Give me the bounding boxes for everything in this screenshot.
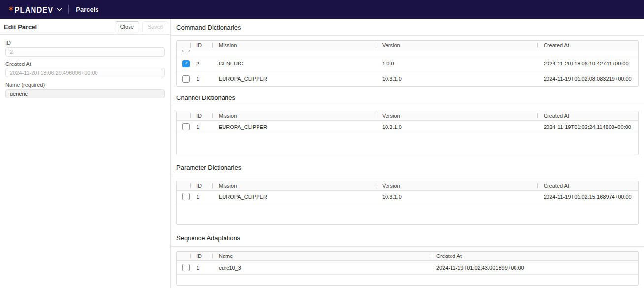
section-divider xyxy=(171,106,644,106)
checkbox-column-header xyxy=(177,111,190,120)
saved-button: Saved xyxy=(142,21,168,32)
cell-mission: EUROPA_CLIPPER xyxy=(212,76,376,82)
table-row: ✓2GENERIC1.0.02024-11-20T18:06:10.42741+… xyxy=(177,56,638,71)
table-header: IDMissionVersionCreated At xyxy=(177,111,638,121)
column-header-created_at[interactable]: Created At xyxy=(430,252,639,260)
cell-mission: EUROPA_CLIPPER xyxy=(212,124,376,130)
checkbox-cell xyxy=(177,123,190,130)
cell-version: 10.3.1.0 xyxy=(376,194,537,200)
checkbox-cell: ✓ xyxy=(177,60,190,67)
section-channel-dictionaries: Channel DictionariesIDMissionVersionCrea… xyxy=(176,94,644,155)
sequence-adaptations-table: IDNameCreated At1eurc10_32024-11-19T01:0… xyxy=(176,251,639,286)
parameter-dictionaries-title: Parameter Dictionaries xyxy=(176,164,644,172)
app-logo[interactable]: ✶ PLANDEV xyxy=(8,5,62,14)
checkbox-cell xyxy=(177,264,190,271)
section-divider xyxy=(171,246,644,247)
cell-version: 10.3.1.0 xyxy=(376,76,537,82)
column-header-id[interactable]: ID xyxy=(190,252,212,260)
sparkle-icon: ✶ xyxy=(8,5,14,12)
checkbox-column-header xyxy=(177,181,190,190)
main-layout: Edit Parcel Close Saved ID Created At Na… xyxy=(0,19,644,288)
column-header-created_at[interactable]: Created At xyxy=(537,41,639,50)
table-body: 1eurc10_32024-11-19T01:02:43.001899+00:0… xyxy=(177,261,638,275)
table-header: IDMissionVersionCreated At xyxy=(177,181,638,191)
name-field-group: Name (required) xyxy=(5,82,165,98)
table-header: IDMissionVersionCreated At xyxy=(177,41,638,50)
edit-parcel-header: Edit Parcel Close Saved xyxy=(0,19,170,35)
row-checkbox[interactable] xyxy=(182,75,190,83)
column-header-mission[interactable]: Mission xyxy=(212,111,376,120)
cell-mission: GENERIC xyxy=(212,61,376,66)
created-at-field-group: Created At xyxy=(5,61,165,78)
column-header-version[interactable]: Version xyxy=(376,41,537,50)
column-header-mission[interactable]: Mission xyxy=(212,41,376,50)
column-header-name[interactable]: Name xyxy=(212,252,430,260)
cell-id: 1 xyxy=(190,194,212,200)
parameter-dictionaries-table: IDMissionVersionCreated At1EUROPA_CLIPPE… xyxy=(176,181,639,225)
checkbox-cell xyxy=(177,193,190,200)
column-header-id[interactable]: ID xyxy=(190,181,212,190)
sections-container: Command DictionariesIDMissionVersionCrea… xyxy=(176,24,644,286)
cell-created_at: 2024-11-19T01:02:15.168974+00:00 xyxy=(537,194,639,200)
row-checkbox[interactable] xyxy=(182,123,190,130)
dictionaries-panel: Command DictionariesIDMissionVersionCrea… xyxy=(171,19,644,288)
id-label: ID xyxy=(5,40,165,46)
table-body: 1EUROPA_CLIPPER10.3.1.02024-11-19T01:02:… xyxy=(177,121,638,133)
cell-created_at: 2024-11-20T18:06:10.42741+00:00 xyxy=(537,61,639,66)
cell-mission: EUROPA_CLIPPER xyxy=(212,194,376,200)
row-checkbox[interactable] xyxy=(182,264,190,271)
topbar: ✶ PLANDEV Parcels xyxy=(0,0,644,19)
edit-parcel-title: Edit Parcel xyxy=(4,23,37,31)
chevron-down-icon[interactable] xyxy=(57,8,62,11)
cell-id: 1 xyxy=(190,76,212,82)
panel-actions: Close Saved xyxy=(115,21,168,32)
command-dictionaries-title: Command Dictionaries xyxy=(176,24,644,32)
created-at-field xyxy=(5,68,165,77)
table-row: 1EUROPA_CLIPPER10.3.1.02024-11-19T01:02:… xyxy=(177,71,638,87)
column-header-mission[interactable]: Mission xyxy=(212,181,376,190)
checkbox-column-header xyxy=(177,252,190,260)
name-field[interactable] xyxy=(5,89,165,98)
id-field-group: ID xyxy=(5,40,165,57)
table-body: 1EUROPA_CLIPPER10.3.1.02024-11-19T01:02:… xyxy=(177,191,638,203)
row-checkbox[interactable]: ✓ xyxy=(182,60,190,67)
cell-created_at: 2024-11-19T01:02:08.083219+00:00 xyxy=(537,76,639,82)
cell-id: 1 xyxy=(190,124,212,130)
section-sequence-adaptations: Sequence AdaptationsIDNameCreated At1eur… xyxy=(176,234,644,286)
section-parameter-dictionaries: Parameter DictionariesIDMissionVersionCr… xyxy=(176,164,644,225)
channel-dictionaries-title: Channel Dictionaries xyxy=(176,94,644,102)
cell-version: 10.3.1.0 xyxy=(376,124,537,130)
column-header-version[interactable]: Version xyxy=(376,181,537,190)
column-header-version[interactable]: Version xyxy=(376,111,537,120)
channel-dictionaries-table: IDMissionVersionCreated At1EUROPA_CLIPPE… xyxy=(176,111,639,155)
column-header-created_at[interactable]: Created At xyxy=(537,181,639,190)
sequence-adaptations-title: Sequence Adaptations xyxy=(176,234,644,242)
section-command-dictionaries: Command DictionariesIDMissionVersionCrea… xyxy=(176,24,644,87)
cell-created_at: 2024-11-19T01:02:24.114808+00:00 xyxy=(537,124,639,130)
cell-name: eurc10_3 xyxy=(212,265,430,271)
cell-version: 1.0.0 xyxy=(376,61,537,66)
close-button[interactable]: Close xyxy=(115,21,139,32)
name-label: Name (required) xyxy=(5,82,165,88)
page-title: Parcels xyxy=(76,6,98,13)
checkbox-column-header xyxy=(177,41,190,50)
column-header-id[interactable]: ID xyxy=(190,41,212,50)
cell-created_at: 2024-11-19T01:02:43.001899+00:00 xyxy=(430,265,639,271)
cell-id: 2 xyxy=(190,61,212,66)
topbar-divider xyxy=(68,5,69,14)
table-row: 1EUROPA_CLIPPER10.3.1.02024-11-19T01:02:… xyxy=(177,191,638,203)
table-header: IDNameCreated At xyxy=(177,252,638,261)
row-checkbox[interactable] xyxy=(182,193,190,200)
column-header-id[interactable]: ID xyxy=(190,111,212,120)
edit-parcel-panel: Edit Parcel Close Saved ID Created At Na… xyxy=(0,19,171,288)
cell-id: 1 xyxy=(190,265,212,271)
table-row: 1eurc10_32024-11-19T01:02:43.001899+00:0… xyxy=(177,261,638,275)
command-dictionaries-table: IDMissionVersionCreated At3Banana Nation… xyxy=(176,40,639,87)
created-at-label: Created At xyxy=(5,61,165,67)
table-row: 1EUROPA_CLIPPER10.3.1.02024-11-19T01:02:… xyxy=(177,121,638,133)
checkbox-cell xyxy=(177,75,190,83)
edit-parcel-fields: ID Created At Name (required) xyxy=(0,35,170,98)
section-divider xyxy=(171,176,644,176)
id-field xyxy=(5,47,165,57)
column-header-created_at[interactable]: Created At xyxy=(537,111,639,120)
